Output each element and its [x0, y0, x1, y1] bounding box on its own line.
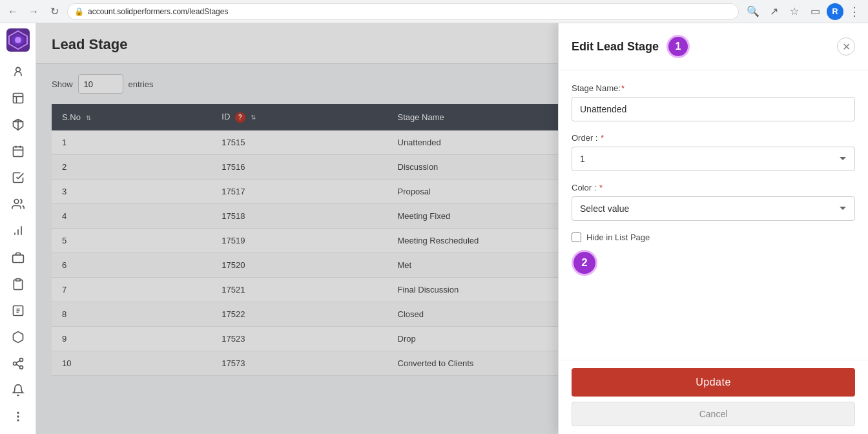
sidebar-item-packages[interactable] [5, 325, 31, 349]
sidebar-item-reports[interactable] [5, 298, 31, 322]
forward-button[interactable]: → [26, 4, 41, 19]
entries-label: entries [129, 79, 154, 89]
order-label: Order : * [572, 133, 855, 143]
app-logo [6, 28, 30, 52]
cell-id: 17521 [211, 277, 387, 302]
stage-name-label: Stage Name:* [572, 83, 855, 93]
col-sno: S.No ⇅ [52, 104, 211, 130]
sidebar-item-notifications[interactable] [5, 378, 31, 402]
stage-name-group: Stage Name:* [572, 83, 855, 121]
svg-point-25 [17, 413, 19, 414]
cell-id: 17516 [211, 154, 387, 179]
entries-select[interactable]: 10 25 50 100 [78, 74, 123, 94]
cell-sno: 9 [52, 326, 211, 351]
svg-point-4 [16, 67, 20, 72]
svg-rect-5 [13, 93, 23, 103]
lock-icon: 🔒 [74, 7, 84, 16]
profile-toggle-button[interactable]: ▭ [806, 3, 824, 21]
svg-rect-8 [13, 147, 23, 156]
cell-id: 17520 [211, 253, 387, 277]
update-button[interactable]: Update [572, 368, 855, 397]
cell-sno: 6 [52, 253, 211, 277]
sidebar-item-tasks[interactable] [5, 166, 31, 190]
browser-menu-button[interactable]: ⋮ [846, 2, 863, 21]
sidebar-item-inbox[interactable] [5, 86, 31, 110]
svg-point-26 [17, 420, 19, 421]
svg-line-23 [16, 361, 20, 363]
svg-point-20 [13, 362, 16, 366]
step1-badge: 1 [666, 35, 690, 58]
edit-panel: Edit Lead Stage 1 ✕ Stage Name:* Order :… [558, 23, 868, 434]
color-select[interactable]: Select value [572, 196, 855, 221]
cell-id: 17573 [211, 351, 387, 375]
svg-point-12 [14, 200, 19, 204]
sidebar-item-more[interactable] [5, 405, 31, 429]
cell-sno: 8 [52, 302, 211, 326]
sidebar-item-pipeline[interactable] [5, 219, 31, 243]
cell-sno: 4 [52, 203, 211, 228]
id-help-icon: ? [235, 112, 245, 123]
sidebar-item-clipboard[interactable] [5, 272, 31, 296]
panel-title: Edit Lead Stage [572, 40, 659, 54]
search-browser-button[interactable]: 🔍 [744, 3, 762, 21]
app-wrapper: Lead Stage Show 10 25 50 100 entries [0, 23, 868, 434]
sidebar [0, 23, 36, 434]
cell-sno: 1 [52, 130, 211, 155]
svg-point-24 [17, 417, 19, 418]
hide-in-list-label[interactable]: Hide in List Page [586, 232, 650, 242]
panel-header: Edit Lead Stage 1 ✕ [559, 23, 868, 70]
share-button[interactable]: ↗ [765, 3, 783, 21]
panel-footer: Update Cancel [559, 360, 868, 434]
sidebar-item-briefcase[interactable] [5, 245, 31, 269]
browser-chrome: ← → ↻ 🔒 account.solidperformers.com/lead… [0, 0, 868, 23]
cell-sno: 10 [52, 351, 211, 375]
panel-body: Stage Name:* Order : * 1 2 3 4 5 Colo [559, 70, 868, 360]
step2-badge: 2 [572, 250, 597, 276]
cell-id: 17519 [211, 228, 387, 253]
svg-line-22 [16, 364, 20, 366]
cell-sno: 7 [52, 277, 211, 302]
cell-sno: 5 [52, 228, 211, 253]
cell-id: 17522 [211, 302, 387, 326]
panel-title-group: Edit Lead Stage 1 [572, 35, 690, 58]
cell-id: 17517 [211, 179, 387, 203]
sidebar-item-calendar[interactable] [5, 139, 31, 163]
profile-avatar: R [827, 3, 843, 20]
cell-id: 17515 [211, 130, 387, 155]
color-label: Color : * [572, 183, 855, 192]
browser-actions: 🔍 ↗ ☆ ▭ R ⋮ [744, 2, 863, 21]
panel-close-button[interactable]: ✕ [837, 37, 855, 56]
show-label: Show [52, 79, 73, 89]
sidebar-item-grid[interactable] [5, 112, 31, 136]
url-text: account.solidperformers.com/leadStages [88, 7, 228, 16]
cell-sno: 3 [52, 179, 211, 203]
order-select[interactable]: 1 2 3 4 5 [572, 147, 855, 171]
back-button[interactable]: ← [5, 4, 21, 19]
sidebar-item-dashboard[interactable] [5, 59, 31, 83]
svg-point-21 [19, 366, 23, 369]
reload-button[interactable]: ↻ [46, 4, 62, 19]
stage-name-input[interactable] [572, 97, 855, 121]
cell-id: 17518 [211, 203, 387, 228]
svg-rect-16 [12, 254, 23, 262]
sidebar-item-contacts[interactable] [5, 192, 31, 216]
svg-point-19 [19, 358, 23, 362]
address-bar[interactable]: 🔒 account.solidperformers.com/leadStages [67, 3, 739, 20]
hide-in-list-checkbox[interactable] [572, 232, 581, 242]
svg-point-3 [15, 37, 21, 43]
sno-sort-icon: ⇅ [86, 114, 91, 121]
color-group: Color : * Select value [572, 183, 855, 221]
cancel-button[interactable]: Cancel [572, 402, 855, 426]
cell-sno: 2 [52, 154, 211, 179]
cell-id: 17523 [211, 326, 387, 351]
hide-in-list-group: Hide in List Page [572, 232, 855, 242]
id-sort-icon: ⇅ [251, 114, 256, 121]
sidebar-item-integrations[interactable] [5, 352, 31, 376]
col-id: ID ? ⇅ [211, 104, 387, 130]
bookmark-button[interactable]: ☆ [785, 3, 803, 21]
svg-rect-17 [16, 278, 20, 280]
order-group: Order : * 1 2 3 4 5 [572, 133, 855, 171]
